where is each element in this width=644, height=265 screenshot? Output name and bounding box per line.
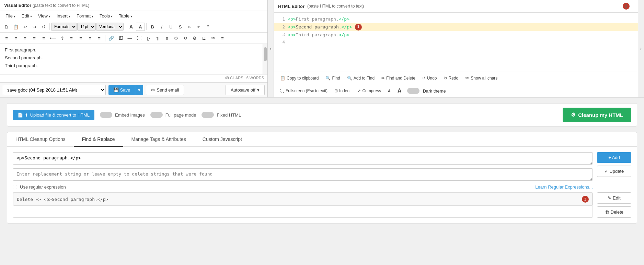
badge-2: 2 xyxy=(623,3,630,10)
table-btn[interactable]: ≡ xyxy=(218,34,227,42)
track-btn[interactable]: ↻ xyxy=(181,34,190,42)
open-btn[interactable]: 📋 xyxy=(11,23,20,31)
visibility-btn[interactable]: 👁 xyxy=(209,34,218,42)
editor-content[interactable]: First paragraph. Second paragraph. Third… xyxy=(0,44,267,74)
use-regex-checkbox[interactable] xyxy=(13,185,17,189)
unordered-list-btn[interactable]: ≡ xyxy=(67,34,76,42)
menu-edit[interactable]: Edit xyxy=(19,12,35,20)
learn-regex-link[interactable]: Learn Regular Expressions... xyxy=(535,184,593,190)
tab-manage-tags[interactable]: Manage Tags & Attributes xyxy=(123,132,194,147)
replace-input[interactable] xyxy=(13,168,593,181)
redo-btn[interactable]: ↪ xyxy=(30,23,39,31)
indent-html-btn[interactable]: ⊞ Indent xyxy=(332,87,353,95)
special-char-btn[interactable]: Ω xyxy=(199,34,208,42)
copy-clipboard-btn[interactable]: 📋 Copy to clipboard xyxy=(277,74,321,82)
tab-custom-js[interactable]: Custom Javascript xyxy=(194,132,250,147)
pilcrow-btn[interactable]: ¶ xyxy=(153,34,162,42)
menu-format[interactable]: Format xyxy=(74,12,96,20)
bg-color-btn[interactable]: A xyxy=(136,23,145,31)
strikethrough-btn[interactable]: S xyxy=(176,23,185,31)
italic-btn[interactable]: I xyxy=(157,23,166,31)
find-btn[interactable]: 🔍 Find xyxy=(323,74,343,82)
add-find-icon: 🔍 xyxy=(347,76,352,81)
outdent-btn[interactable]: ⟵ xyxy=(48,34,57,42)
find-options: Use regular expression Learn Regular Exp… xyxy=(13,184,593,190)
find-input[interactable] xyxy=(13,152,593,165)
new-doc-btn[interactable]: 🗋 xyxy=(2,23,11,31)
line-num-3: 3 xyxy=(277,32,285,38)
upload-btn[interactable]: 📄 ⬆ Upload file & convert to HTML xyxy=(13,110,94,120)
visual-editor-header: Visual Editor (paste text to convert to … xyxy=(0,0,267,11)
settings-btn[interactable]: ⚙ xyxy=(172,34,181,42)
dark-theme-label: Dark theme xyxy=(423,88,446,94)
fullscreen-btn[interactable]: ⛶ xyxy=(135,34,143,42)
menu-bar: File Edit View Insert Format Tools Table xyxy=(0,11,267,21)
menu-file[interactable]: File xyxy=(3,12,18,20)
undo-html-btn[interactable]: ↺ Undo xyxy=(419,74,440,82)
cleanup-btn[interactable]: ⚙ Cleanup my HTML xyxy=(563,108,631,122)
add-btn[interactable]: + Add xyxy=(597,152,631,163)
ordered-list-btn[interactable]: ≡ xyxy=(76,34,85,42)
hr-btn[interactable]: — xyxy=(125,34,134,42)
add-to-find-btn[interactable]: 🔍 Add to Find xyxy=(344,74,377,82)
align3-btn[interactable]: ≡ xyxy=(85,34,94,42)
fullscreen-html-btn[interactable]: ⛶ Fullscreen (Esc to exit) xyxy=(277,87,330,95)
toolbar-divider3 xyxy=(146,23,147,30)
bold-btn[interactable]: B xyxy=(148,23,157,31)
find-inputs: Use regular expression Learn Regular Exp… xyxy=(13,152,593,190)
show-all-chars-btn[interactable]: 👁 Show all chars xyxy=(462,74,500,82)
dark-theme-toggle[interactable] xyxy=(407,88,419,94)
fixed-html-toggle[interactable] xyxy=(202,112,214,118)
full-page-toggle-group: Full page mode xyxy=(150,112,196,118)
autosave-button[interactable]: Autosave off ▾ xyxy=(226,85,265,95)
more-settings-btn[interactable]: ⚙ xyxy=(190,34,199,42)
find-delete-btn[interactable]: ✏ Find and Delete xyxy=(379,74,418,82)
save-button[interactable]: 💾 Save xyxy=(108,85,135,95)
result-actions: ✎ Edit 🗑 Delete xyxy=(597,192,631,218)
align-justify-btn[interactable]: ≡ xyxy=(30,34,39,42)
embed-images-toggle[interactable] xyxy=(100,112,112,118)
align-justify2-btn[interactable]: ≡ xyxy=(39,34,48,42)
menu-insert[interactable]: Insert xyxy=(54,12,73,20)
collapse-right-arrow[interactable]: › xyxy=(638,0,644,97)
full-page-toggle[interactable] xyxy=(150,112,163,118)
link-btn[interactable]: 🔗 xyxy=(107,34,116,42)
formats-select[interactable]: Formats xyxy=(51,23,77,31)
font-color-btn[interactable]: A xyxy=(127,23,136,31)
save-dropdown-arrow[interactable]: ▾ xyxy=(135,85,143,95)
align-right-btn[interactable]: ≡ xyxy=(21,34,30,42)
html-code-area[interactable]: 1 <p>First paragraph.</p> 2 <p>Second pa… xyxy=(274,13,638,72)
font-size-large-btn[interactable]: A xyxy=(395,86,404,95)
update-btn[interactable]: ✓ Update xyxy=(597,166,631,177)
collapse-left-arrow[interactable]: ‹ xyxy=(268,0,274,97)
align-left-btn[interactable]: ≡ xyxy=(2,34,11,42)
menu-view[interactable]: View xyxy=(35,12,53,20)
undo-btn[interactable]: ↩ xyxy=(21,23,30,31)
image-btn[interactable]: 🖼 xyxy=(116,34,125,42)
pilcrow2-btn[interactable]: ⬆ xyxy=(162,34,171,42)
indent-btn[interactable]: ⇧ xyxy=(58,34,67,42)
menu-table[interactable]: Table xyxy=(116,12,135,20)
editor-scrollbar[interactable] xyxy=(263,44,267,74)
font-size-small-btn[interactable]: A xyxy=(385,87,393,94)
save-select[interactable]: save gdoc (04 Sep 2018 11:51 AM) xyxy=(3,85,106,95)
code-btn[interactable]: {} xyxy=(144,34,153,42)
quote-btn[interactable]: " xyxy=(204,23,212,31)
underline-btn[interactable]: U xyxy=(166,23,175,31)
compress-btn[interactable]: ⤢ Compress xyxy=(355,87,384,95)
result-item-1[interactable]: Delete => <p>Second paragraph.</p> 3 xyxy=(13,193,593,206)
send-email-button[interactable]: ✉ Send email xyxy=(146,85,184,95)
tab-find-replace[interactable]: Find & Replace xyxy=(74,132,123,147)
align-center-btn[interactable]: ≡ xyxy=(11,34,20,42)
font-select[interactable]: Verdana xyxy=(96,23,124,31)
history-btn[interactable]: ↺ xyxy=(39,23,48,31)
menu-tools[interactable]: Tools xyxy=(97,12,115,20)
align4-btn[interactable]: ≡ xyxy=(95,34,104,42)
delete-btn[interactable]: 🗑 Delete xyxy=(597,206,631,218)
superscript-btn[interactable]: x² xyxy=(194,23,203,31)
redo-html-btn[interactable]: ↻ Redo xyxy=(441,74,461,82)
size-select[interactable]: 11pt xyxy=(77,23,96,31)
tab-cleanup-options[interactable]: HTML Cleanup Options xyxy=(7,132,74,147)
subscript-btn[interactable]: x₂ xyxy=(185,23,194,31)
edit-btn[interactable]: ✎ Edit xyxy=(597,192,631,204)
